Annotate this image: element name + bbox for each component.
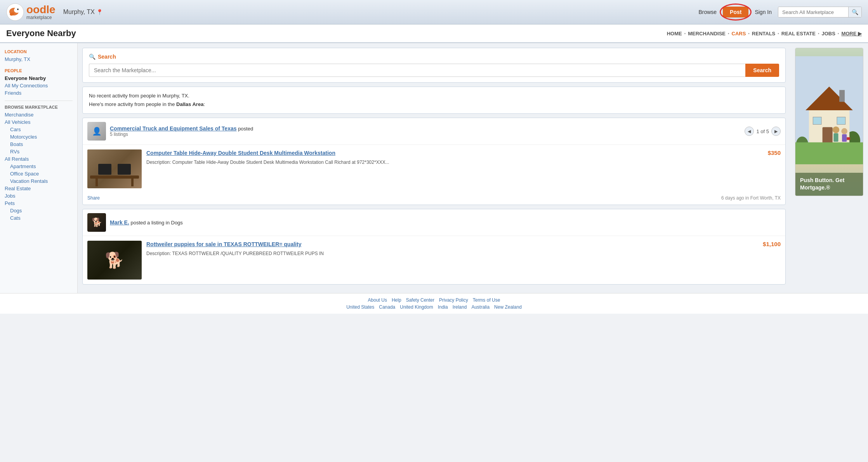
- cat-rentals[interactable]: RENTALS: [752, 31, 775, 36]
- search-label-text: Search: [98, 54, 116, 60]
- svg-point-2: [14, 7, 20, 13]
- search-box-label: 🔍 Search: [89, 54, 779, 60]
- sidebar-real-estate[interactable]: Real Estate: [5, 185, 73, 192]
- footer: About Us Help Safety Center Privacy Poli…: [0, 293, 868, 314]
- header-search-icon[interactable]: 🔍: [848, 7, 861, 17]
- sidebar-apartments[interactable]: Apartments: [5, 163, 73, 170]
- desk-leg-left: [95, 177, 98, 186]
- page-prev-1[interactable]: ◀: [745, 127, 754, 136]
- sidebar-jobs[interactable]: Jobs: [5, 192, 73, 200]
- desk-monitor-left: [98, 164, 111, 175]
- sidebar-cats[interactable]: Cats: [5, 214, 73, 222]
- sidebar-office-space[interactable]: Office Space: [5, 170, 73, 177]
- search-input-row: Search: [89, 64, 779, 77]
- poster-action-2: posted a listing in Dogs: [130, 220, 182, 226]
- sidebar-all-rentals[interactable]: All Rentals: [5, 155, 73, 163]
- sidebar-vacation-rentals[interactable]: Vacation Rentals: [5, 177, 73, 185]
- sidebar-pets[interactable]: Pets: [5, 200, 73, 207]
- cat-home[interactable]: HOME: [667, 31, 682, 36]
- cat-more[interactable]: MORE ▶: [841, 31, 862, 36]
- poster-name-link-1[interactable]: Commercial Truck and Equipment Sales of …: [110, 125, 237, 132]
- sidebar-motorcycles[interactable]: Motorcycles: [5, 133, 73, 141]
- svg-point-3: [17, 9, 19, 10]
- person-avatar-icon: 👤: [87, 122, 106, 141]
- dog-avatar-icon: 🐕: [92, 217, 102, 228]
- ad-text: Push Button. Get Mortgage.®: [800, 177, 844, 191]
- svg-rect-13: [837, 117, 845, 124]
- listing-card-2: 🐕 Mark E. posted a listing in Dogs 🐕: [82, 209, 786, 285]
- cat-merchandise[interactable]: MERCHANDISE: [688, 31, 726, 36]
- listing-details-1: Computer Table Hide-Away Double Student …: [146, 149, 781, 188]
- footer-canada[interactable]: Canada: [379, 304, 395, 310]
- logo-sub: marketplace: [26, 15, 56, 20]
- listing-title-1[interactable]: Computer Table Hide-Away Double Student …: [146, 149, 763, 157]
- poster-sub-1: 5 listings: [110, 132, 741, 137]
- listing-thumb-2: 🐕: [87, 241, 142, 280]
- cat-realestate[interactable]: REAL ESTATE: [781, 31, 816, 36]
- header-search-input[interactable]: [778, 7, 848, 17]
- footer-terms[interactable]: Terms of Use: [473, 297, 500, 303]
- sidebar-friends[interactable]: Friends: [5, 89, 73, 97]
- sidebar-everyone-nearby: Everyone Nearby: [5, 75, 73, 82]
- listing-title-row-2: Rottweiler puppies for sale in TEXAS ROT…: [146, 241, 781, 248]
- svg-rect-10: [839, 90, 845, 102]
- sidebar-all-vehicles[interactable]: All Vehicles: [5, 118, 73, 126]
- sidebar-dogs[interactable]: Dogs: [5, 207, 73, 214]
- sidebar-boats[interactable]: Boats: [5, 141, 73, 148]
- footer-about[interactable]: About Us: [368, 297, 387, 303]
- cat-jobs[interactable]: JOBS: [821, 31, 835, 36]
- poster-info-1: Commercial Truck and Equipment Sales of …: [110, 125, 741, 137]
- main-content: 🔍 Search Search No recent activity from …: [78, 43, 790, 293]
- sidebar-merchandise[interactable]: Merchandise: [5, 111, 73, 118]
- sidebar-all-connections[interactable]: All My Connections: [5, 82, 73, 89]
- svg-rect-11: [823, 127, 833, 144]
- svg-point-17: [841, 128, 847, 134]
- logo-text: oodle marketplace: [26, 4, 56, 20]
- puppies-image: 🐕: [87, 241, 142, 280]
- ad-text-overlay: Push Button. Get Mortgage.®: [795, 173, 863, 196]
- post-button-wrapper: Post: [723, 7, 748, 17]
- main-layout: LOCATION Murphy, TX PEOPLE Everyone Near…: [0, 43, 868, 293]
- page-title: Everyone Nearby: [6, 28, 667, 38]
- cat-dot-2: •: [728, 31, 729, 36]
- cat-cars[interactable]: CARS: [732, 31, 746, 36]
- sidebar-location-value[interactable]: Murphy, TX: [5, 56, 73, 63]
- page-next-1[interactable]: ▶: [771, 127, 781, 136]
- marketplace-search-input[interactable]: [89, 64, 745, 77]
- sidebar-cars[interactable]: Cars: [5, 126, 73, 133]
- listing-details-2: Rottweiler puppies for sale in TEXAS ROT…: [146, 241, 781, 280]
- browse-link[interactable]: Browse: [698, 9, 717, 15]
- listing-item-1: Computer Table Hide-Away Double Student …: [83, 145, 785, 193]
- footer-ireland[interactable]: Ireland: [453, 304, 467, 310]
- poster-name-link-2[interactable]: Mark E.: [110, 219, 129, 226]
- svg-rect-19: [847, 137, 850, 140]
- footer-australia[interactable]: Australia: [471, 304, 490, 310]
- marketplace-search-button[interactable]: Search: [745, 64, 779, 77]
- listing-share-1[interactable]: Share: [87, 195, 100, 201]
- footer-india[interactable]: India: [438, 304, 448, 310]
- listing-item-2: 🐕 Rottweiler puppies for sale in TEXAS R…: [83, 236, 785, 284]
- footer-uk[interactable]: United Kingdom: [400, 304, 433, 310]
- listing-card-2-header: 🐕 Mark E. posted a listing in Dogs: [83, 209, 785, 236]
- cat-dot-5: •: [818, 31, 819, 36]
- sidebar-rvs[interactable]: RVs: [5, 148, 73, 155]
- footer-newzealand[interactable]: New Zealand: [494, 304, 522, 310]
- poster-avatar-1: 👤: [87, 122, 106, 141]
- cat-dot-6: •: [838, 31, 839, 36]
- pagination-1: ◀ 1 of 5 ▶: [745, 127, 781, 136]
- footer-us[interactable]: United States: [346, 304, 374, 310]
- listing-title-2[interactable]: Rottweiler puppies for sale in TEXAS ROT…: [146, 241, 758, 248]
- footer-privacy[interactable]: Privacy Policy: [439, 297, 468, 303]
- category-nav: HOME • MERCHANDISE • CARS • RENTALS • RE…: [667, 31, 862, 36]
- signin-link[interactable]: Sign In: [755, 9, 772, 15]
- listing-title-row-1: Computer Table Hide-Away Double Student …: [146, 149, 781, 157]
- activity-line1: No recent activity from people in Murphy…: [89, 92, 779, 100]
- logo-area: oodle marketplace: [6, 3, 56, 21]
- sidebar-location-label: LOCATION: [5, 49, 73, 54]
- activity-line2-prefix: Here's more activity from people in the: [89, 101, 176, 107]
- subnav-bar: Everyone Nearby HOME • MERCHANDISE • CAR…: [0, 24, 868, 43]
- footer-safety[interactable]: Safety Center: [406, 297, 434, 303]
- post-button[interactable]: Post: [723, 7, 748, 17]
- listing-desc-1: Description: Computer Table Hide-Away Do…: [146, 159, 781, 166]
- footer-help[interactable]: Help: [392, 297, 401, 303]
